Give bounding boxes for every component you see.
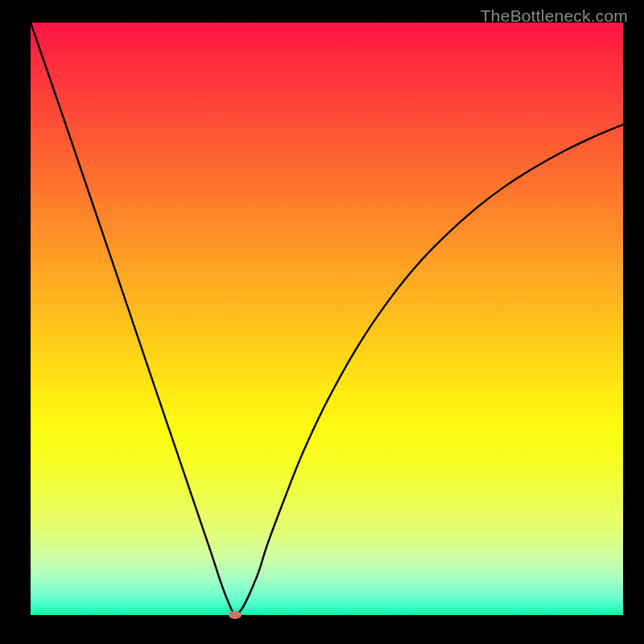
minimum-marker bbox=[229, 611, 242, 619]
bottleneck-curve-path bbox=[31, 23, 623, 614]
chart-frame: TheBottleneck.com bbox=[0, 0, 644, 644]
plot-area bbox=[31, 23, 623, 615]
curve-svg bbox=[31, 23, 623, 615]
